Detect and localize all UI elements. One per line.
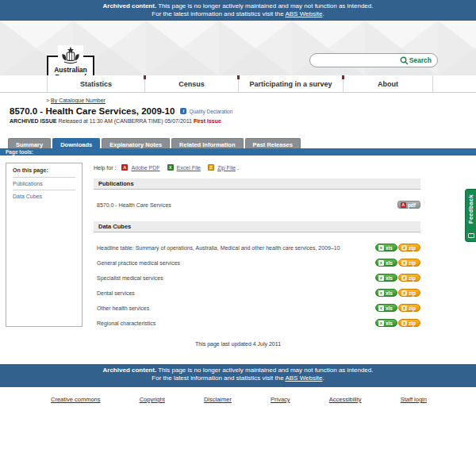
last-updated-text: This page last updated 4 July 2011: [0, 341, 476, 347]
zip-button-label: zip: [409, 321, 416, 326]
archived-banner-post: .: [322, 10, 324, 17]
zip-button-label: zip: [409, 245, 416, 251]
zip-icon: z: [401, 275, 407, 281]
search-button-label: Search: [409, 56, 432, 64]
envelope-icon: [468, 233, 474, 238]
page-tools-bar: Page tools:: [0, 148, 476, 155]
tab-explanatory-notes[interactable]: Explanatory Notes: [102, 138, 170, 148]
sidebar-link-publications[interactable]: Publications: [13, 177, 75, 190]
xls-download-button[interactable]: xxls: [375, 244, 397, 251]
data-cube-title: Other health services: [94, 305, 154, 311]
zip-icon: z: [401, 245, 407, 251]
help-for-trailing: .: [237, 165, 239, 171]
feedback-label: Feedback: [467, 194, 474, 224]
publication-row: 8570.0 - Health Care Services Apdf: [94, 201, 420, 209]
main-navigation: Statistics Census Participating in a sur…: [0, 75, 476, 93]
publication-title: 8570.0 - Health Care Services: [94, 202, 176, 208]
main-column: Help for : A Adobe PDF X Excel File Z Zi…: [94, 163, 420, 327]
nav-item-statistics[interactable]: Statistics: [47, 75, 144, 93]
footer-link-accessibility[interactable]: Accessibility: [329, 396, 362, 403]
footer-link-staff-login[interactable]: Staff login: [401, 396, 427, 403]
xls-download-button[interactable]: xxls: [375, 274, 397, 282]
feedback-tab[interactable]: Feedback: [465, 189, 476, 242]
archived-banner-line2: For the latest information and statistic…: [0, 374, 476, 382]
excel-icon: x: [378, 290, 384, 296]
footer-link-copyright[interactable]: Copyright: [140, 396, 165, 403]
archived-banner-bold: Archived content.: [103, 367, 157, 374]
footer-link-disclaimer[interactable]: Disclaimer: [204, 396, 232, 403]
footer-links: Creative commons Copyright Disclaimer Pr…: [51, 396, 427, 403]
zip-download-button[interactable]: zzip: [398, 304, 420, 312]
search-button[interactable]: Search: [400, 56, 432, 65]
abs-logo[interactable]: Australian Bureau of Statistics: [47, 45, 94, 75]
data-cube-row: Specialist medical services xxls zzip: [94, 274, 420, 282]
excel-icon: x: [378, 305, 384, 311]
help-link-excel-file[interactable]: Excel File: [177, 165, 201, 171]
zip-download-button[interactable]: zzip: [398, 319, 420, 327]
page-content: > By Catalogue Number 8570.0 - Health Ca…: [0, 93, 476, 364]
data-cube-row: Regional characteristics xxls zzip: [94, 319, 420, 327]
nav-divider: [432, 75, 433, 93]
abs-website-link[interactable]: ABS Website: [285, 10, 322, 17]
search-icon: [400, 56, 409, 65]
xls-button-label: xls: [386, 245, 393, 251]
footer-link-creative-commons[interactable]: Creative commons: [51, 396, 101, 403]
excel-icon: x: [378, 245, 384, 251]
zip-download-button[interactable]: zzip: [398, 259, 420, 267]
data-cube-row: Other health services xxls zzip: [94, 304, 420, 312]
search-input[interactable]: [316, 57, 400, 64]
zip-download-button[interactable]: zzip: [398, 289, 420, 297]
released-text: Released at 11:30 AM (CANBERRA TIME) 05/…: [57, 118, 194, 124]
breadcrumb-link-catalogue[interactable]: By Catalogue Number: [51, 98, 106, 103]
nav-label: Statistics: [80, 80, 112, 88]
xls-button-label: xls: [386, 260, 393, 266]
sidebar-link-data-cubes[interactable]: Data Cubes: [13, 190, 75, 202]
content-columns: On this page: Publications Data Cubes He…: [0, 163, 476, 327]
xls-download-button[interactable]: xxls: [375, 289, 397, 297]
help-for-line: Help for : A Adobe PDF X Excel File Z Zi…: [94, 164, 420, 171]
archived-banner-pre: For the latest information and statistic…: [152, 10, 285, 17]
zip-download-button[interactable]: zzip: [398, 244, 420, 251]
xls-download-button[interactable]: xxls: [375, 304, 397, 312]
excel-icon: x: [378, 275, 384, 281]
zip-button-label: zip: [409, 275, 416, 281]
tab-downloads[interactable]: Downloads: [52, 138, 100, 148]
abs-website-link[interactable]: ABS Website: [285, 374, 322, 382]
quality-declaration-link[interactable]: i Quality Declaration: [180, 108, 232, 114]
xls-download-button[interactable]: xxls: [375, 319, 397, 327]
breadcrumb-separator: >: [46, 98, 49, 103]
pdf-download-button[interactable]: Apdf: [397, 201, 420, 209]
nav-item-participating[interactable]: Participating in a survey: [238, 75, 343, 93]
title-row: 8570.0 - Health Care Services, 2009-10 i…: [10, 106, 476, 116]
archived-issue-label: ARCHIVED ISSUE: [10, 118, 57, 124]
zip-button-label: zip: [409, 260, 416, 266]
nav-item-census[interactable]: Census: [144, 75, 238, 93]
data-cube-title: Regional characteristics: [94, 321, 160, 326]
on-this-page-title: On this page:: [13, 167, 75, 177]
zip-icon: z: [401, 290, 407, 296]
search-box: Search: [309, 53, 438, 67]
pdf-button-label: pdf: [408, 202, 416, 208]
nav-item-about[interactable]: About: [343, 75, 432, 93]
quality-declaration-label: Quality Declaration: [189, 109, 232, 114]
tab-bar: Summary Downloads Explanatory Notes Rela…: [8, 138, 476, 148]
nav-label: Participating in a survey: [249, 80, 332, 88]
archived-banner-pre: For the latest information and statistic…: [152, 374, 285, 382]
data-cube-row: General practice medical services xxls z…: [94, 259, 420, 267]
footer-link-privacy[interactable]: Privacy: [271, 396, 290, 403]
page-title: 8570.0 - Health Care Services, 2009-10: [10, 106, 175, 116]
tab-related-information[interactable]: Related Information: [171, 138, 243, 148]
nav-accent-mark: [342, 75, 344, 79]
help-link-zip-file[interactable]: Zip File: [217, 165, 236, 171]
help-link-adobe-pdf[interactable]: Adobe PDF: [131, 165, 159, 171]
tab-past-releases[interactable]: Past Releases: [245, 138, 301, 148]
data-cube-row: Dental services xxls zzip: [94, 289, 420, 297]
archived-banner-rest: This page is no longer actively maintain…: [156, 2, 373, 10]
tab-summary[interactable]: Summary: [8, 138, 51, 148]
release-line: ARCHIVED ISSUE Released at 11:30 AM (CAN…: [10, 118, 476, 124]
zip-download-button[interactable]: zzip: [398, 274, 420, 282]
zip-icon: z: [401, 321, 407, 326]
zip-icon: Z: [208, 164, 214, 171]
xls-button-label: xls: [386, 290, 393, 296]
xls-download-button[interactable]: xxls: [375, 259, 397, 267]
